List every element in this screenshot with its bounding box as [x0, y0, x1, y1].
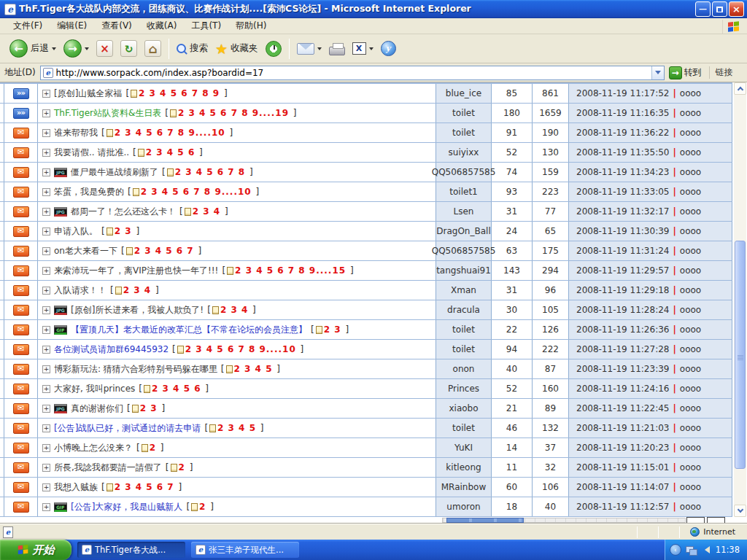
page-numbers[interactable]: 2 3 4 5 6	[152, 384, 201, 394]
links-label[interactable]: 链接	[709, 66, 733, 79]
thread-pages[interactable]: [2 3 ]	[311, 324, 349, 335]
last-poster[interactable]: oooo	[680, 324, 701, 335]
thread-pages[interactable]: [2 ]	[186, 502, 214, 512]
menu-file[interactable]: 文件(F)	[6, 18, 50, 34]
thread-pages[interactable]: [2 3 4 5 6 7 8 9....15 ]	[222, 265, 353, 276]
menu-view[interactable]: 查看(V)	[94, 18, 139, 34]
page-numbers[interactable]: 2 3 4 5 6 7 8 9....10	[185, 344, 296, 354]
page-numbers[interactable]: 2 3 4 5 6 7	[115, 482, 174, 492]
thread-title-link[interactable]: ThF.Tiger站队资料&生日表	[54, 107, 161, 120]
close-button[interactable]: ×	[729, 1, 744, 17]
thread-title-link[interactable]: 所長,我諗我都要請一請假了	[54, 462, 162, 474]
thread-author[interactable]: Princes	[436, 379, 492, 398]
thread-pages[interactable]: [2 ]	[166, 462, 193, 472]
thread-pages[interactable]: [2 3 4 ]	[179, 206, 228, 217]
network-icon[interactable]	[686, 546, 697, 554]
thread-pages[interactable]: [2 3 4 5 6 7 ]	[101, 482, 182, 492]
page-numbers[interactable]: 2 3 4 5 6 7 8	[175, 167, 246, 177]
thread-pages[interactable]: [2 3 4 ]	[207, 305, 256, 315]
thread-title-link[interactable]: [公告]战队已好，测试通过的请去申请	[54, 422, 201, 435]
page-numbers[interactable]: 2 3	[324, 324, 341, 335]
expand-plus-icon[interactable]: +	[42, 326, 50, 334]
thread-author[interactable]: kitleong	[436, 458, 492, 477]
thread-title-link[interactable]: [原创]所长进来看，我被人欺负了!	[71, 304, 204, 316]
page-numbers[interactable]: 2	[150, 443, 156, 453]
history-button[interactable]	[262, 39, 285, 58]
refresh-button[interactable]: ↻	[117, 39, 141, 58]
vertical-scrollbar[interactable]	[734, 82, 746, 517]
page-numbers[interactable]: 2 3 4 5 6	[146, 147, 195, 158]
thread-pages[interactable]: [2 3 4 5 6 7 8 9....10 ]	[101, 128, 233, 138]
thread-author[interactable]: toilet	[436, 104, 492, 122]
page-numbers[interactable]: 2	[199, 502, 206, 512]
thread-author[interactable]: QQ506857585	[436, 163, 492, 182]
address-dropdown-button[interactable]	[651, 66, 664, 79]
page-numbers[interactable]: 2 3 4 5	[217, 423, 256, 433]
thread-title-link[interactable]: 小博晚上怎么没来？	[54, 442, 133, 454]
back-button[interactable]: ← 后退	[6, 38, 60, 59]
expand-plus-icon[interactable]: +	[42, 503, 50, 511]
thread-pages[interactable]: [2 3 ]	[127, 403, 165, 413]
page-numbers[interactable]: 2 3 4 5 6 7 8 9....15	[235, 265, 346, 276]
page-numbers[interactable]: 2 3 4	[193, 206, 220, 217]
horizontal-scroll-thumb[interactable]	[446, 518, 524, 523]
stop-button[interactable]: ×	[93, 39, 117, 58]
menu-edit[interactable]: 编辑(E)	[50, 18, 94, 34]
thread-title-link[interactable]: 来索沛玩一年了，离VIP注册也快一年了!!!	[54, 265, 218, 277]
thread-pages[interactable]: [2 3 4 5 6 ]	[133, 147, 203, 158]
thread-author[interactable]: suiyixx	[436, 143, 492, 162]
thread-author[interactable]: QQ506857585	[436, 241, 492, 260]
thread-author[interactable]: toilet	[436, 340, 492, 359]
last-poster[interactable]: oooo	[680, 403, 701, 413]
expand-plus-icon[interactable]: +	[42, 208, 50, 216]
thread-title-link[interactable]: [原创]山贼全家福	[54, 88, 122, 100]
taskbar-task-2[interactable]: e 张三丰弟子现代生...	[191, 542, 299, 558]
expand-plus-icon[interactable]: +	[42, 444, 50, 452]
expand-plus-icon[interactable]: +	[42, 228, 50, 236]
expand-plus-icon[interactable]: +	[42, 287, 50, 295]
thread-title-link[interactable]: 我想入贼族	[54, 481, 98, 494]
mail-button[interactable]	[293, 42, 325, 56]
last-poster[interactable]: oooo	[680, 384, 701, 394]
thread-title-link[interactable]: [公告]大家好，我是山贼新人	[71, 501, 182, 513]
thread-author[interactable]: DragOn_Ball	[436, 222, 492, 241]
expand-plus-icon[interactable]: +	[42, 267, 50, 275]
page-numbers[interactable]: 2	[179, 462, 185, 472]
expand-plus-icon[interactable]: +	[42, 188, 50, 196]
thread-pages[interactable]: [2 3 ]	[101, 226, 139, 236]
thread-author[interactable]: dracula	[436, 300, 492, 319]
forward-dropdown-icon[interactable]	[85, 47, 89, 52]
expand-plus-icon[interactable]: +	[42, 464, 50, 472]
print-button[interactable]	[325, 41, 349, 57]
expand-plus-icon[interactable]: +	[42, 365, 50, 373]
thread-pages[interactable]: [2 3 4 ]	[110, 285, 159, 295]
page-numbers[interactable]: 2 3 4	[123, 285, 151, 295]
last-poster[interactable]: oooo	[680, 246, 701, 256]
messenger-button[interactable]: y	[377, 39, 400, 58]
thread-title-link[interactable]: 真的谢谢你们	[71, 402, 123, 415]
thread-title-link[interactable]: 谁来帮帮我	[54, 127, 98, 139]
thread-pages[interactable]: [2 3 4 5 ]	[204, 423, 263, 433]
taskbar-task-1[interactable]: e ThF.Tiger各大战...	[77, 542, 185, 558]
thread-author[interactable]: blue_ice	[436, 84, 492, 103]
expand-plus-icon[interactable]: +	[42, 149, 50, 157]
last-poster[interactable]: oooo	[680, 443, 701, 453]
expand-plus-icon[interactable]: +	[42, 483, 50, 491]
menu-favorites[interactable]: 收藏(A)	[139, 18, 185, 34]
vertical-scroll-thumb[interactable]	[735, 241, 746, 469]
tray-collapse-icon[interactable]: ‹	[670, 544, 681, 556]
thread-title-link[interactable]: 僵尸最牛逼战绩刷新了	[71, 166, 158, 179]
expand-plus-icon[interactable]: +	[42, 385, 50, 393]
expand-plus-icon[interactable]: +	[42, 90, 50, 98]
last-poster[interactable]: oooo	[680, 167, 701, 177]
last-poster[interactable]: oooo	[680, 226, 701, 236]
forward-button[interactable]: →	[60, 38, 93, 59]
address-url[interactable]: http://www.sorpack.com/index.asp?boardid…	[56, 68, 651, 78]
last-poster[interactable]: oooo	[680, 502, 701, 512]
thread-title-link[interactable]: 各位测试员请加群69445932	[54, 343, 169, 356]
thread-title-link[interactable]: 我要请假.. 请批准..	[54, 147, 129, 159]
thread-author[interactable]: MRainbow	[436, 478, 492, 497]
page-numbers[interactable]: 2 3	[140, 403, 158, 413]
search-button[interactable]: 搜索	[173, 41, 212, 56]
expand-plus-icon[interactable]: +	[42, 346, 50, 354]
